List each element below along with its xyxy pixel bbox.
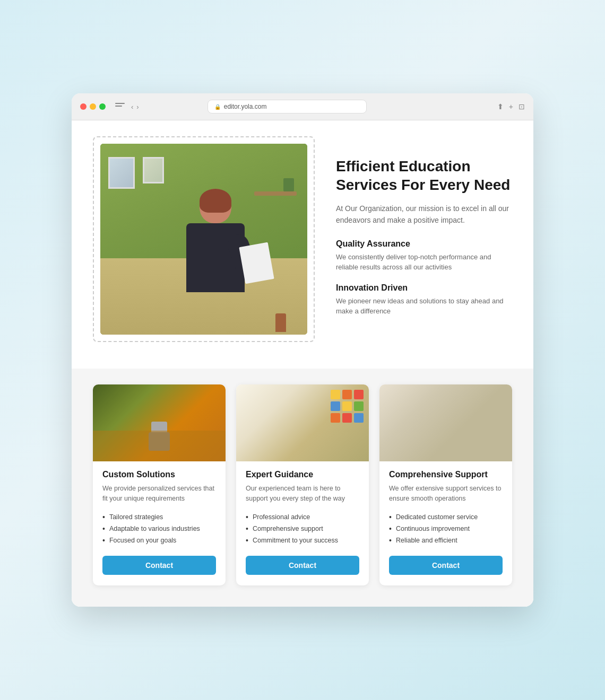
list-item: Dedicated customer service (389, 511, 503, 523)
feature-innovation-desc: We pioneer new ideas and solutions to st… (336, 296, 512, 317)
feature-quality: Quality Assurance We consistently delive… (336, 239, 512, 273)
card-3-image (379, 384, 512, 461)
traffic-lights (80, 103, 106, 110)
nav-arrows: ‹ › (131, 103, 139, 111)
card-2-contact-button[interactable]: Contact (246, 556, 359, 575)
card-1-title: Custom Solutions (102, 470, 216, 479)
sticky-notes (331, 390, 364, 423)
card-1-image (93, 384, 226, 461)
robot-icon (149, 432, 170, 451)
wall-art-1 (108, 157, 135, 189)
maximize-button[interactable] (99, 103, 106, 110)
forward-arrow[interactable]: › (136, 103, 139, 111)
card-2-list: Professional advice Comprehensive suppor… (246, 511, 359, 546)
person-body (186, 223, 245, 292)
pencil-holder (275, 313, 286, 332)
person-head (200, 189, 231, 223)
card-1-contact-button[interactable]: Contact (102, 556, 216, 575)
back-arrow[interactable]: ‹ (131, 103, 133, 111)
hero-image-scene (100, 144, 307, 335)
paper (239, 242, 274, 284)
card-3-desc: We offer extensive support services to e… (389, 484, 503, 504)
card-comprehensive-support: Comprehensive Support We offer extensive… (379, 384, 512, 585)
list-item: Adaptable to various industries (102, 523, 216, 535)
card-1-list: Tailored strategies Adaptable to various… (102, 511, 216, 546)
person-hair (200, 189, 231, 213)
card-3-contact-button[interactable]: Contact (389, 556, 503, 575)
browser-toolbar: ‹ › 🔒 editor.yola.com ⬆ + ⊡ (72, 93, 533, 120)
sidebar-toggle-icon[interactable] (115, 103, 125, 110)
card-1-desc: We provide personalized services that fi… (102, 484, 216, 504)
card-2-image (236, 384, 369, 461)
new-tab-icon[interactable]: + (509, 102, 513, 111)
list-item: Commitment to your success (246, 535, 359, 546)
address-bar[interactable]: 🔒 editor.yola.com (208, 100, 367, 113)
person-figure (186, 189, 245, 292)
dashed-border (93, 136, 315, 342)
feature-quality-title: Quality Assurance (336, 239, 512, 249)
url-text: editor.yola.com (224, 103, 267, 110)
feature-quality-desc: We consistently deliver top-notch perfor… (336, 252, 512, 273)
card-3-list: Dedicated customer service Continuous im… (389, 511, 503, 546)
page-content: Efficient Education Services For Every N… (72, 120, 533, 607)
browser-window: ‹ › 🔒 editor.yola.com ⬆ + ⊡ (72, 93, 533, 607)
list-item: Reliable and efficient (389, 535, 503, 546)
share-icon[interactable]: ⬆ (497, 102, 504, 111)
card-expert-guidance: Expert Guidance Our experienced team is … (236, 384, 369, 585)
feature-innovation: Innovation Driven We pioneer new ideas a… (336, 283, 512, 317)
card-2-desc: Our experienced team is here to support … (246, 484, 359, 504)
feature-innovation-title: Innovation Driven (336, 283, 512, 293)
list-item: Professional advice (246, 511, 359, 523)
browser-actions: ⬆ + ⊡ (497, 102, 525, 111)
card-2-body: Expert Guidance Our experienced team is … (236, 461, 369, 585)
hero-image-container (93, 136, 315, 342)
hero-text: Efficient Education Services For Every N… (336, 152, 512, 327)
card-3-title: Comprehensive Support (389, 470, 503, 479)
card-custom-solutions: Custom Solutions We provide personalized… (93, 384, 226, 585)
hero-subtitle: At Our Organization, our mission is to e… (336, 203, 512, 226)
close-button[interactable] (80, 103, 87, 110)
card-1-body: Custom Solutions We provide personalized… (93, 461, 226, 585)
card-3-body: Comprehensive Support We offer extensive… (379, 461, 512, 585)
minimize-button[interactable] (90, 103, 96, 110)
shelf-item (283, 178, 294, 191)
list-item: Tailored strategies (102, 511, 216, 523)
hero-title: Efficient Education Services For Every N… (336, 157, 512, 194)
list-item: Comprehensive support (246, 523, 359, 535)
cards-grid: Custom Solutions We provide personalized… (93, 384, 512, 585)
more-icon[interactable]: ⊡ (518, 102, 525, 111)
list-item: Continuous improvement (389, 523, 503, 535)
hero-image (100, 144, 307, 335)
hero-section: Efficient Education Services For Every N… (72, 120, 533, 369)
wall-art-2 (143, 157, 164, 183)
lock-icon: 🔒 (214, 104, 221, 110)
card-2-title: Expert Guidance (246, 470, 359, 479)
shelf (254, 191, 297, 196)
list-item: Focused on your goals (102, 535, 216, 546)
cards-section: Custom Solutions We provide personalized… (72, 369, 533, 607)
